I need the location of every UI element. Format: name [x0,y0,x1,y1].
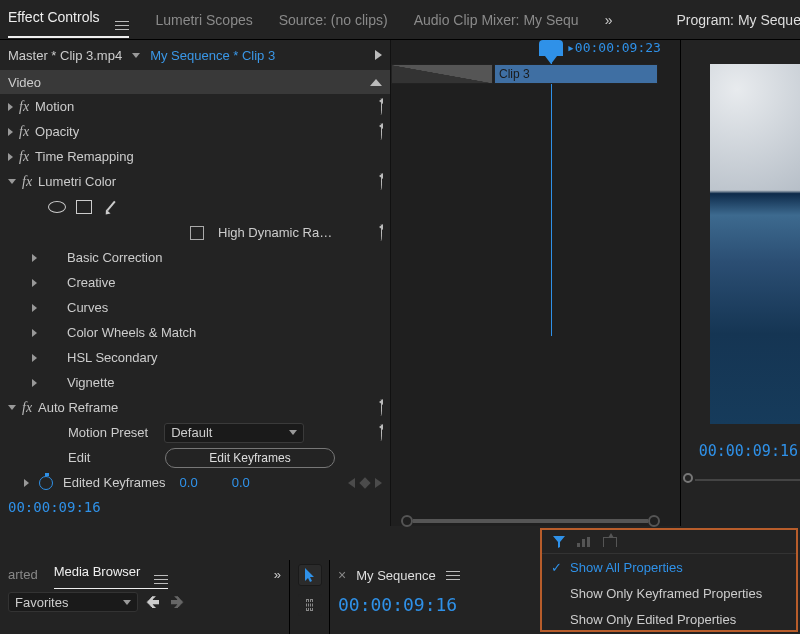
track-select-tool[interactable] [298,594,322,616]
reset-icon[interactable] [380,224,382,241]
reset-icon[interactable] [380,424,382,441]
tabs-overflow[interactable]: » [274,567,281,582]
lumetri-hdr-row[interactable]: High Dynamic Ra… [0,220,390,245]
collapse-icon[interactable] [8,179,16,184]
zoom-bar[interactable] [413,519,648,523]
playhead-timecode: ▸00:00:09:23 [567,40,661,55]
menu-show-edited-label: Show Only Edited Properties [570,612,736,627]
close-icon[interactable]: × [338,567,346,583]
video-section-header[interactable]: Video [0,70,390,94]
tab-media-browser[interactable]: Media Browser [54,564,168,589]
panel-menu-icon[interactable] [115,21,129,30]
lumetri-creative-row[interactable]: Creative [0,270,390,295]
reset-icon[interactable] [380,399,382,416]
reset-icon[interactable] [380,123,382,140]
tab-source[interactable]: Source: (no clips) [279,12,388,28]
play-icon[interactable] [375,50,382,60]
fx-autoreframe-row[interactable]: fx Auto Reframe [0,395,390,420]
sequence-tab[interactable]: My Sequence [356,568,436,583]
rect-mask-icon[interactable] [76,200,92,214]
effect-controls-timecode[interactable]: 00:00:09:16 [0,495,390,519]
program-timecode[interactable]: 00:00:09:16 [699,442,798,460]
fx-opacity-row[interactable]: fx Opacity [0,119,390,144]
selection-tool[interactable] [298,564,322,586]
crumb-master[interactable]: Master * Clip 3.mp4 [8,48,122,63]
lumetri-curves-row[interactable]: Curves [0,295,390,320]
favorites-label: Favorites [15,595,68,610]
expand-icon[interactable] [32,304,37,312]
expand-icon[interactable] [32,329,37,337]
reset-icon[interactable] [380,173,382,190]
lumetri-wheels-row[interactable]: Color Wheels & Match [0,320,390,345]
fx-icon: fx [19,124,29,140]
chevron-down-icon[interactable] [132,53,140,58]
expand-icon[interactable] [32,354,37,362]
effect-timeline[interactable]: ▸00:00:09:23 Clip 3 [390,40,680,526]
fx-autoreframe-label: Auto Reframe [38,400,118,415]
panel-menu-icon[interactable] [154,575,168,584]
menu-show-keyframed[interactable]: Show Only Keyframed Properties [542,580,796,606]
timeline-zoom-scrollbar[interactable] [401,516,660,526]
tab-program-monitor[interactable]: Program: My Seque [676,12,800,28]
checkbox-hdr[interactable] [190,226,204,240]
nav-forward-button[interactable]: 🡺 [168,594,186,610]
filter-icon[interactable] [552,535,565,548]
timeline-clip-prev[interactable] [391,64,493,84]
edit-keyframes-button[interactable]: Edit Keyframes [165,448,335,468]
add-keyframe-icon[interactable] [359,477,370,488]
motionpreset-select[interactable]: Default [164,423,304,443]
export-icon[interactable] [603,537,617,547]
menu-show-edited[interactable]: Show Only Edited Properties [542,606,796,632]
motionpreset-label: Motion Preset [68,425,148,440]
nav-back-button[interactable]: 🡸 [144,594,162,610]
tab-effect-controls[interactable]: Effect Controls [8,9,129,38]
panel-menu-icon[interactable] [446,571,460,580]
expand-icon[interactable] [32,379,37,387]
lumetri-vignette-row[interactable]: Vignette [0,370,390,395]
keyframe-value-2[interactable]: 0.0 [232,475,250,490]
sort-triangle-icon[interactable] [370,79,382,86]
tab-project-partial[interactable]: arted [8,567,38,582]
fx-motion-row[interactable]: fx Motion [0,94,390,119]
tab-lumetri-scopes[interactable]: Lumetri Scopes [155,12,252,28]
prev-keyframe-icon[interactable] [348,478,355,488]
zoom-handle-left[interactable] [401,515,413,527]
expand-icon[interactable] [8,153,13,161]
scrubber-handle[interactable] [683,473,693,483]
expand-icon[interactable] [32,279,37,287]
tabs-overflow[interactable]: » [605,12,613,28]
edited-keyframes-row[interactable]: Edited Keyframes 0.0 0.0 [0,470,390,495]
timeline-clip-current[interactable]: Clip 3 [494,64,658,84]
tab-audio-mixer[interactable]: Audio Clip Mixer: My Sequ [414,12,579,28]
filter-toolbar [542,530,796,554]
keyframe-value-1[interactable]: 0.0 [180,475,198,490]
expand-icon[interactable] [8,103,13,111]
filter-properties-popup: ✓ Show All Properties Show Only Keyframe… [540,528,798,632]
tab-label: Effect Controls [8,9,100,25]
zoom-handle-right[interactable] [648,515,660,527]
next-keyframe-icon[interactable] [375,478,382,488]
lumetri-hsl-row[interactable]: HSL Secondary [0,345,390,370]
collapse-icon[interactable] [8,405,16,410]
crumb-sequence[interactable]: My Sequence * Clip 3 [150,48,275,63]
autoreframe-motionpreset-row: Motion Preset Default [0,420,390,445]
lumetri-basic-row[interactable]: Basic Correction [0,245,390,270]
expand-icon[interactable] [8,128,13,136]
hdr-label: High Dynamic Ra… [218,225,332,240]
program-scrubber[interactable] [687,476,800,484]
reset-icon[interactable] [380,98,382,115]
expand-icon[interactable] [32,254,37,262]
chevron-down-icon [289,430,297,435]
program-preview[interactable] [710,64,800,424]
favorites-select[interactable]: Favorites [8,592,138,612]
levels-icon[interactable] [577,537,591,547]
stopwatch-icon[interactable] [39,476,53,490]
menu-show-all[interactable]: ✓ Show All Properties [542,554,796,580]
expand-icon[interactable] [24,479,29,487]
ellipse-mask-icon[interactable] [48,201,66,213]
pen-mask-icon[interactable] [102,200,116,214]
fx-icon: fx [19,149,29,165]
fx-timeremap-row[interactable]: fx Time Remapping [0,144,390,169]
project-panel: arted Media Browser » Favorites 🡸 🡺 [0,560,290,634]
fx-lumetri-row[interactable]: fx Lumetri Color [0,169,390,194]
